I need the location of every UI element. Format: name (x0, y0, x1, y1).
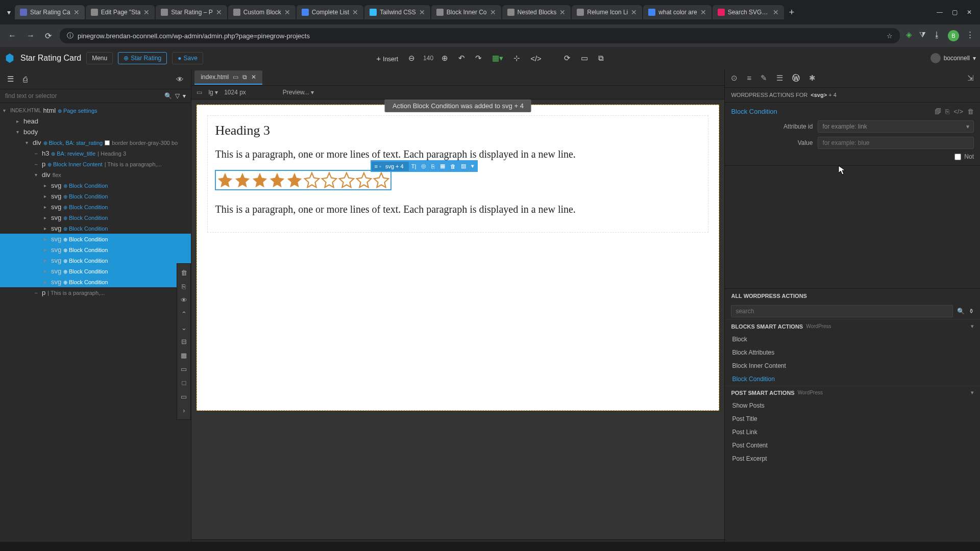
reload-button[interactable]: ⟳ (43, 29, 54, 43)
minimize-button[interactable]: — (937, 9, 943, 16)
wp-action-item[interactable]: Block Condition (725, 372, 980, 386)
url-input[interactable]: ⓘ pinegrow.brendan-oconnell.com/wp-admin… (60, 28, 900, 43)
search-icon[interactable]: 🔍 (164, 92, 172, 99)
test-clicks-button[interactable]: ⊹ (511, 52, 522, 65)
wp-action-item[interactable]: Block Attributes (725, 346, 980, 359)
canvas[interactable]: Heading 3 This is a paragraph, one or mo… (197, 105, 719, 411)
refresh-button[interactable]: ⟳ (562, 52, 573, 65)
star-outline-icon[interactable] (373, 171, 390, 189)
layout-button[interactable]: ▦▾ (490, 52, 505, 65)
tab-close-icon[interactable]: ✕ (216, 8, 222, 16)
vt-eye-icon[interactable]: 👁 (177, 293, 190, 307)
vt-panel-icon[interactable]: ▭ (177, 362, 190, 376)
browser-preview-button[interactable]: ▭ (579, 52, 590, 65)
site-info-icon[interactable]: ⓘ (67, 31, 74, 40)
forward-button[interactable]: → (24, 29, 37, 42)
breakpoint-select[interactable]: lg ▾ (208, 89, 218, 96)
wp-action-item[interactable]: Post Content (725, 439, 980, 452)
tree-p1[interactable]: –p Block Inner Content | This is a parag… (0, 159, 191, 169)
action-trash-icon[interactable]: 🗑 (967, 108, 974, 115)
browser-tab[interactable]: Search SVG ico✕ (713, 5, 784, 19)
vt-grid-icon[interactable]: ▦ (177, 348, 190, 362)
star-outline-icon[interactable] (355, 171, 373, 189)
tab-close-icon[interactable]: ✕ (143, 8, 150, 16)
wp-action-item[interactable]: Block (725, 333, 980, 346)
tree-svg-row[interactable]: ▸svg Block Condition (0, 234, 191, 244)
tree-svg-row[interactable]: ▸svg Block Condition (0, 255, 191, 266)
browser-tab[interactable]: Star Rating Ca✕ (15, 5, 85, 19)
tab-close-icon[interactable]: ✕ (352, 8, 358, 16)
actions-search-input[interactable] (731, 305, 953, 317)
wp-action-item[interactable]: Block Inner Content (725, 359, 980, 372)
search-icon[interactable]: 🔍 (957, 308, 965, 315)
back-button[interactable]: ← (6, 29, 18, 42)
action-copy-icon[interactable]: ⎘ (945, 108, 949, 115)
doc-tab-close-icon[interactable]: ✕ (251, 73, 256, 81)
tab-close-icon[interactable]: ✕ (773, 8, 779, 16)
vt-more-icon[interactable]: › (177, 404, 190, 417)
rp-tab-brush-icon[interactable]: ✎ (760, 72, 768, 84)
tab-close-icon[interactable]: ✕ (284, 8, 290, 16)
sel-grid-icon[interactable]: ▦ (437, 161, 448, 171)
downloads-icon[interactable]: ⭳ (933, 30, 941, 41)
browser-tab[interactable]: Complete List✕ (297, 5, 363, 19)
tree-p2[interactable]: –p | This is a paragraph,... (0, 287, 191, 298)
profile-avatar[interactable]: B (948, 30, 959, 41)
zoom-out-button[interactable]: ⊖ (406, 52, 417, 65)
zoom-in-button[interactable]: ⊕ (439, 52, 450, 65)
browser-tab[interactable]: Star Rating – P✕ (156, 5, 227, 19)
tree-head[interactable]: ▸head (0, 116, 191, 127)
doc-tab-icon[interactable]: ▭ (233, 73, 238, 81)
stars-container[interactable] (215, 170, 391, 190)
new-tab-button[interactable]: + (785, 5, 799, 20)
rp-tab-expand-icon[interactable]: ⇲ (966, 72, 975, 84)
heading[interactable]: Heading 3 (215, 123, 701, 138)
chevron-down-icon[interactable]: ▾ (183, 92, 186, 99)
rp-tab-wordpress-icon[interactable]: Ⓦ (791, 72, 801, 84)
star-filled-icon[interactable] (268, 171, 286, 189)
rp-tab-list-icon[interactable]: ☰ (775, 72, 784, 84)
preview-select[interactable]: Preview... ▾ (283, 89, 314, 96)
tab-close-icon[interactable]: ✕ (419, 8, 425, 16)
tree-svg-row[interactable]: ▸svg Block Condition (0, 180, 191, 191)
not-checkbox[interactable] (954, 154, 961, 160)
viewport-icon[interactable]: ▭ (197, 89, 202, 96)
wp-action-item[interactable]: Post Excerpt (725, 452, 980, 465)
tree-svg-row[interactable]: ▸svg Block Condition (0, 212, 191, 223)
wp-section-header[interactable]: POST SMART ACTIONS WordPress▾ (725, 386, 980, 399)
tree-h3[interactable]: –h3 BA: review_title | Heading 3 (0, 148, 191, 159)
star-outline-icon[interactable] (303, 171, 321, 189)
menu-button[interactable]: Menu (86, 52, 113, 64)
extensions-icon[interactable]: ⧩ (919, 30, 926, 41)
rp-tab-sliders-icon[interactable]: ≡ (746, 72, 752, 84)
sel-text-icon[interactable]: T| (409, 162, 419, 171)
filter-icon[interactable]: ▽ (175, 92, 180, 99)
insert-button[interactable]: + Insert (374, 52, 400, 65)
rp-tab-pointer-icon[interactable]: ⊙ (730, 72, 739, 84)
browser-tab[interactable]: Nested Blocks✕ (502, 5, 571, 19)
sel-trash-icon[interactable]: 🗑 (448, 162, 458, 171)
value-input[interactable] (818, 137, 974, 149)
rp-tab-bug-icon[interactable]: ✱ (808, 72, 817, 84)
browser-tab[interactable]: Custom Block✕ (228, 5, 296, 19)
tree-svg-row[interactable]: ▸svg Block Condition (0, 191, 191, 202)
vt-rect-icon[interactable]: ▭ (177, 390, 190, 404)
star-outline-icon[interactable] (338, 171, 355, 189)
responsive-button[interactable]: ⧉ (596, 52, 606, 65)
tree-body[interactable]: ▾body (0, 127, 191, 137)
star-outline-icon[interactable] (321, 171, 338, 189)
star-filled-icon[interactable] (216, 171, 234, 189)
save-button[interactable]: ● Save (172, 52, 203, 64)
panel-eye-icon[interactable]: 👁 (174, 73, 186, 86)
browser-tab[interactable]: Tailwind CSS✕ (364, 5, 430, 19)
panel-menu-icon[interactable]: ☰ (5, 72, 16, 86)
wp-section-header[interactable]: BLOCKS SMART ACTIONS WordPress▾ (725, 319, 980, 333)
tree-svg-row[interactable]: ▸svg Block Condition (0, 266, 191, 277)
vt-down-icon[interactable]: ⌄ (177, 321, 190, 335)
undo-button[interactable]: ↶ (456, 52, 467, 65)
tree-svg-row[interactable]: ▸svg Block Condition (0, 223, 191, 234)
user-menu[interactable]: boconnell ▾ (930, 53, 976, 63)
code-button[interactable]: </> (528, 52, 544, 65)
bookmark-star-icon[interactable]: ☆ (887, 32, 893, 40)
browser-menu-icon[interactable]: ⋮ (966, 30, 974, 41)
